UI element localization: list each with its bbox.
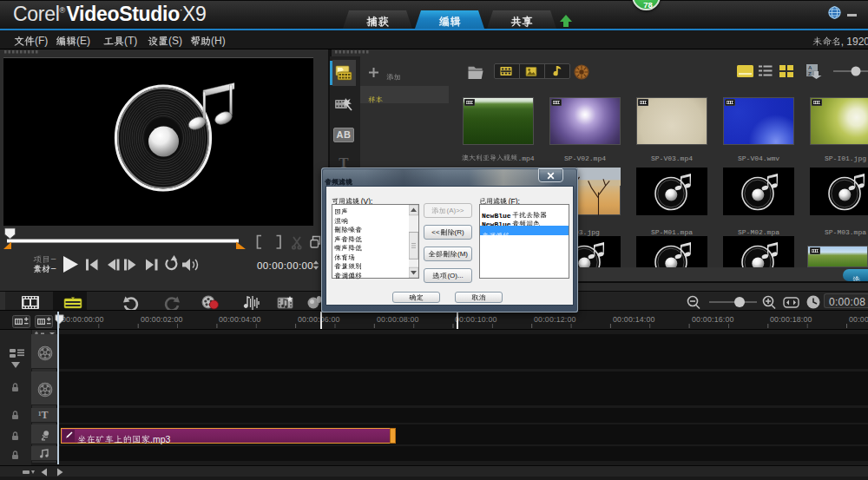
- svg-text:00:00:18:00: 00:00:18:00: [770, 315, 812, 324]
- svg-text:A: A: [808, 65, 812, 70]
- svg-text:00:00:12:00: 00:00:12:00: [534, 315, 576, 324]
- svg-text:00:00:14:00: 00:00:14:00: [613, 315, 655, 324]
- svg-text:00:00:10:00: 00:00:10:00: [455, 315, 497, 324]
- svg-text:00:00:00:00: 00:00:00:00: [62, 315, 104, 324]
- svg-text:00:00:16:00: 00:00:16:00: [692, 315, 734, 324]
- svg-text:Z: Z: [808, 71, 812, 76]
- svg-text:00:00:06:00: 00:00:06:00: [298, 315, 340, 324]
- svg-text:00:00:02:00: 00:00:02:00: [141, 315, 183, 324]
- svg-text:00:00:04:00: 00:00:04:00: [219, 315, 261, 324]
- svg-text:00:00:08:00: 00:00:08:00: [377, 315, 419, 324]
- svg-text:00:00:20:00: 00:00:20:00: [849, 315, 868, 324]
